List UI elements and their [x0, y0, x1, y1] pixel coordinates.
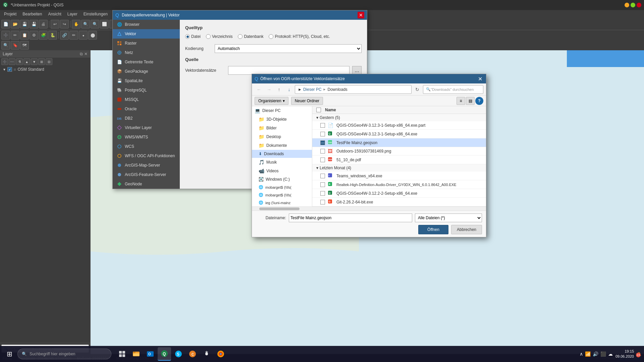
- minimize-button[interactable]: [625, 3, 629, 7]
- oeffnen-button[interactable]: Öffnen: [418, 225, 448, 234]
- menu-projekt[interactable]: Projekt: [1, 11, 19, 17]
- taskbar-search[interactable]: 🔍 Suchbegriff hier eingeben: [17, 349, 111, 359]
- file-checkbox-png[interactable]: [320, 149, 325, 154]
- layer-collapse[interactable]: ⊟: [46, 58, 52, 65]
- nav-recent-button[interactable]: ↓: [285, 85, 293, 94]
- nav-vektor[interactable]: Vektor: [113, 29, 180, 39]
- taskbar-up-arrow[interactable]: ∧: [580, 351, 583, 357]
- radio-datenbank-btn[interactable]: [238, 34, 243, 39]
- menu-layer[interactable]: Layer: [65, 11, 80, 17]
- tool-open[interactable]: 📂: [11, 20, 19, 28]
- taskbar-volume-icon[interactable]: 🔊: [593, 351, 598, 357]
- tool-node[interactable]: ⬥: [79, 31, 88, 40]
- sidebar-bilder[interactable]: 📁 Bilder: [252, 124, 312, 132]
- nav-back-button[interactable]: ←: [255, 85, 263, 94]
- sidebar-mobarget2[interactable]: 🌐 mobarget$ (\\fs(: [252, 191, 312, 199]
- nav-getrennte-texte[interactable]: 📄 Getrennte Texte: [113, 57, 180, 67]
- organisieren-button[interactable]: Organisieren ▾: [255, 97, 288, 105]
- abbrechen-button[interactable]: Abbrechen: [451, 225, 482, 234]
- nav-db2[interactable]: DB2 DB2: [113, 114, 180, 123]
- taskbar-network-icon[interactable]: 📶: [585, 351, 591, 357]
- start-button[interactable]: ⊞: [3, 347, 16, 361]
- file-checkbox-geojson[interactable]: —: [320, 140, 325, 145]
- nav-arcgis-map[interactable]: ArcGIS-Map-Server: [113, 161, 180, 170]
- file-checkbox-realtek[interactable]: [320, 182, 325, 187]
- kodierung-select[interactable]: Automatisch: [215, 44, 362, 53]
- file-item-exe1[interactable]: Q QGIS-OSGeo4W-3.12.3-1-Setup-x86_64.exe: [312, 130, 486, 138]
- view-details-button[interactable]: ▤: [466, 97, 475, 105]
- tool-attributes[interactable]: 📋: [20, 31, 29, 40]
- file-item-git[interactable]: G Git-2.26.2-64-bit.exe: [312, 198, 486, 206]
- dateiname-input[interactable]: [289, 214, 412, 222]
- taskbar-qgis[interactable]: Q: [158, 347, 171, 361]
- tool-zoom-full[interactable]: ⬜: [100, 20, 109, 28]
- menu-einstellungen[interactable]: Einstellungen: [81, 11, 110, 17]
- taskbar-sync-icon[interactable]: ☁: [608, 351, 613, 357]
- select-all-checkbox[interactable]: [316, 108, 321, 112]
- nav-mssql[interactable]: MSSQL: [113, 95, 180, 104]
- help-button[interactable]: ?: [475, 97, 483, 105]
- taskbar-settings[interactable]: [200, 347, 213, 361]
- tool-vertex[interactable]: ⬤: [88, 31, 97, 40]
- file-item-part[interactable]: 📄 QGIS-OSGeo4W-3.12.3-1-Setup-x86_64.exe…: [312, 121, 486, 130]
- file-item-png[interactable]: 🖼 Outdoors-1591607381469.png: [312, 147, 486, 156]
- taskbar-taskview[interactable]: [115, 347, 129, 361]
- neuer-ordner-button[interactable]: Neuer Ordner: [291, 97, 323, 105]
- taskbar-battery-icon[interactable]: ⬛: [600, 351, 606, 357]
- datenquellen-close-button[interactable]: ✕: [358, 12, 364, 18]
- ogr-scrollbar[interactable]: [252, 206, 486, 210]
- layer-filter[interactable]: ⚗: [16, 58, 23, 65]
- file-item-pdf[interactable]: PDF 51_10_de.pdf: [312, 156, 486, 164]
- tool-canvas-icon[interactable]: 🗺: [20, 41, 29, 50]
- nav-forward-button[interactable]: →: [265, 85, 273, 94]
- view-list-button[interactable]: ≡: [457, 97, 465, 105]
- bc-dieser-pc[interactable]: Dieser PC: [303, 87, 322, 92]
- tool-add-layer[interactable]: ➕: [1, 31, 10, 40]
- nav-spatialite[interactable]: 💾 SpatiaLite: [113, 76, 180, 85]
- tool-bookmark[interactable]: 🔖: [11, 41, 19, 50]
- file-checkbox-qgis2[interactable]: [320, 191, 325, 196]
- file-item-teams[interactable]: T Teams_windows_x64.exe: [312, 172, 486, 180]
- file-item-realtek[interactable]: R Realtek-High-Definition-Audio-Driver_G…: [312, 180, 486, 189]
- file-checkbox-git[interactable]: [320, 200, 325, 204]
- file-item-qgis2[interactable]: Q QGIS-OSGeo4W-3.12.2-2-Setup-x86_64.exe: [312, 189, 486, 198]
- panel-float-icon[interactable]: ⧉: [80, 52, 83, 56]
- nav-oracle[interactable]: Oracle: [113, 104, 180, 114]
- scrollbar-thumb[interactable]: [259, 207, 300, 210]
- sidebar-desktop[interactable]: 📁 Desktop: [252, 132, 312, 141]
- taskbar-skype[interactable]: S: [172, 347, 185, 361]
- tool-saveas[interactable]: 💾: [30, 20, 38, 28]
- layer-add[interactable]: ➕: [1, 58, 8, 65]
- radio-datei[interactable]: Datei: [185, 34, 201, 39]
- tool-save[interactable]: 💾: [20, 20, 29, 28]
- taskbar-clock[interactable]: 19:15 09.06.2020: [615, 349, 634, 359]
- filter-select[interactable]: Alle Dateien (*): [415, 214, 482, 222]
- tool-locate[interactable]: 🔍: [1, 41, 10, 50]
- sidebar-downloads[interactable]: ⬇ Downloads: [252, 150, 312, 158]
- sidebar-videos[interactable]: 📹 Videos: [252, 167, 312, 175]
- layer-down[interactable]: ▼: [31, 58, 38, 65]
- layer-item-osm[interactable]: ▼ ✓ ■ OSM Standard: [0, 66, 90, 73]
- sidebar-musik[interactable]: 🎵 Musik: [252, 158, 312, 167]
- tool-processing[interactable]: ⚙: [30, 31, 38, 40]
- nav-arcgis-feature[interactable]: ArcGIS-Feature-Server: [113, 170, 180, 179]
- radio-datenbank[interactable]: Datenbank: [238, 34, 263, 39]
- file-checkbox-teams[interactable]: [320, 174, 325, 178]
- tool-python[interactable]: 🐍: [48, 31, 57, 40]
- sidebar-ieg[interactable]: 🌐 ieg (\\uni-mainz: [252, 199, 312, 206]
- file-checkbox-exe1[interactable]: [320, 132, 325, 136]
- nav-wcs[interactable]: WCS: [113, 142, 180, 151]
- radio-verzeichnis[interactable]: Verzeichnis: [206, 34, 232, 39]
- search-box[interactable]: 🔍 "Downloads" durchsuchen: [423, 85, 483, 94]
- notification-area[interactable]: 🔔 23: [637, 352, 641, 356]
- tool-edit[interactable]: ✏: [69, 31, 78, 40]
- taskbar-firefox[interactable]: [214, 347, 227, 361]
- refresh-button[interactable]: ↻: [413, 85, 422, 94]
- sidebar-dokumente[interactable]: 📁 Dokumente: [252, 141, 312, 150]
- radio-datei-btn[interactable]: [185, 34, 190, 39]
- layer-expand[interactable]: ⊞: [38, 58, 45, 65]
- layer-checkbox-osm[interactable]: ✓: [7, 67, 12, 72]
- tool-zoom-in[interactable]: 🔍: [81, 20, 90, 28]
- taskbar-explorer[interactable]: [129, 347, 143, 361]
- taskbar-outlook[interactable]: O: [144, 347, 157, 361]
